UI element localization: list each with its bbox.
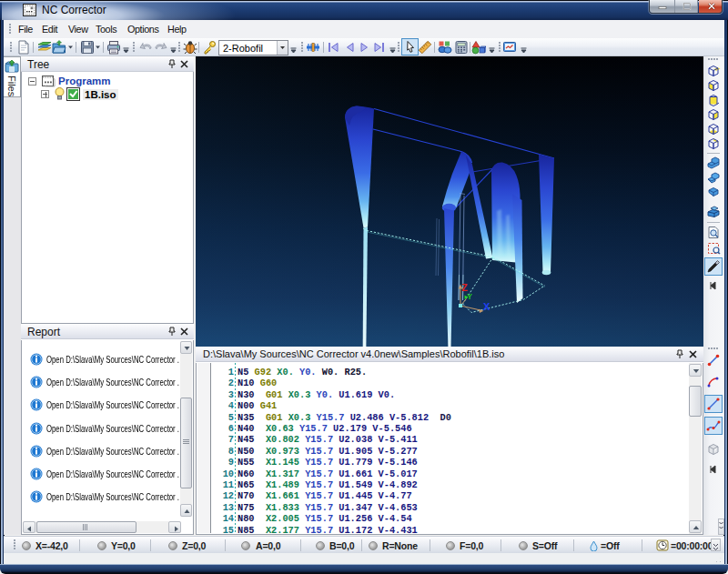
svg-text:Y: Y [467, 292, 472, 301]
svg-text:X: X [483, 301, 490, 312]
